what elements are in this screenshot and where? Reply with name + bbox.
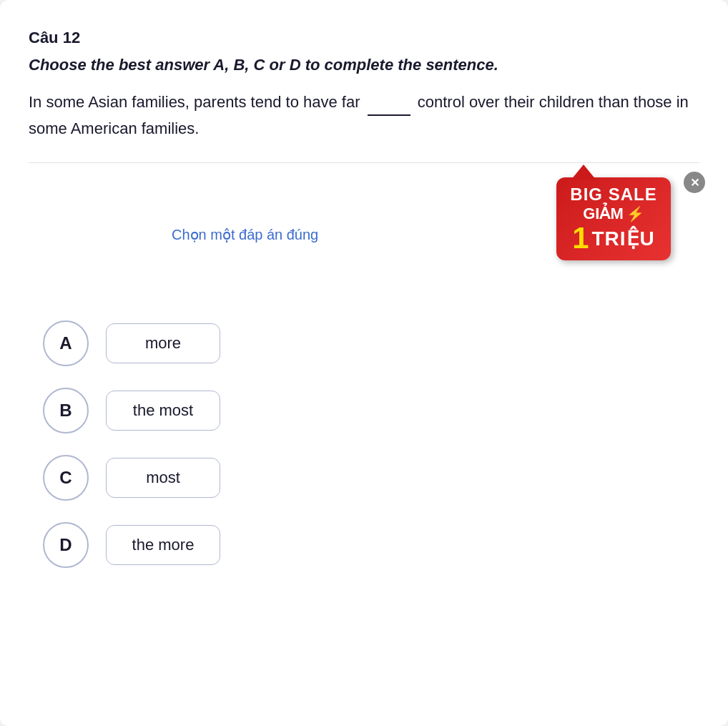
quiz-card: Câu 12 Choose the best answer A, B, C or…: [0, 0, 728, 726]
big-sale-badge-container: BIG SALE GIẢM ⚡ 1 TRIỆU: [556, 177, 671, 260]
option-text-b: the most: [133, 401, 193, 419]
option-circle-a: A: [43, 320, 89, 366]
option-box-c[interactable]: most: [106, 458, 220, 498]
option-letter-d: D: [59, 535, 72, 555]
option-text-a: more: [145, 334, 181, 352]
question-text-part1: In some Asian families, parents tend to …: [29, 93, 360, 111]
option-item-d[interactable]: D the more: [43, 522, 699, 568]
option-box-a[interactable]: more: [106, 323, 220, 363]
question-text: In some Asian families, parents tend to …: [29, 89, 699, 141]
option-letter-c: C: [59, 468, 72, 488]
option-box-d[interactable]: the more: [106, 525, 220, 565]
question-number: Câu 12: [29, 29, 699, 47]
divider: [29, 162, 699, 163]
giam-arrow-icon: ⚡: [626, 205, 644, 222]
choose-label: Chọn một đáp án đúng: [172, 226, 318, 243]
question-blank: [368, 89, 410, 116]
option-circle-b: B: [43, 388, 89, 433]
big-sale-title: BIG SALE: [566, 185, 661, 205]
trieu-row: 1 TRIỆU: [566, 223, 661, 253]
option-circle-d: D: [43, 522, 89, 568]
close-ad-button[interactable]: ✕: [684, 172, 705, 193]
giam-label: GIẢM: [583, 205, 624, 223]
trieu-text: TRIỆU: [592, 227, 655, 250]
trieu-number: 1: [572, 223, 589, 253]
option-letter-a: A: [59, 333, 72, 353]
option-text-c: most: [146, 469, 180, 486]
options-list: A more B the most C most D: [29, 320, 699, 568]
question-instruction: Choose the best answer A, B, C or D to c…: [29, 54, 699, 77]
option-box-b[interactable]: the most: [106, 391, 220, 431]
option-item-b[interactable]: B the most: [43, 388, 699, 433]
option-circle-c: C: [43, 455, 89, 501]
option-text-d: the more: [132, 536, 195, 554]
option-item-c[interactable]: C most: [43, 455, 699, 501]
ad-badge: BIG SALE GIẢM ⚡ 1 TRIỆU ✕: [556, 177, 699, 292]
choose-label-row: Chọn một đáp án đúng BIG SALE GIẢM ⚡ 1 T…: [29, 177, 699, 292]
option-item-a[interactable]: A more: [43, 320, 699, 366]
option-letter-b: B: [59, 401, 72, 421]
